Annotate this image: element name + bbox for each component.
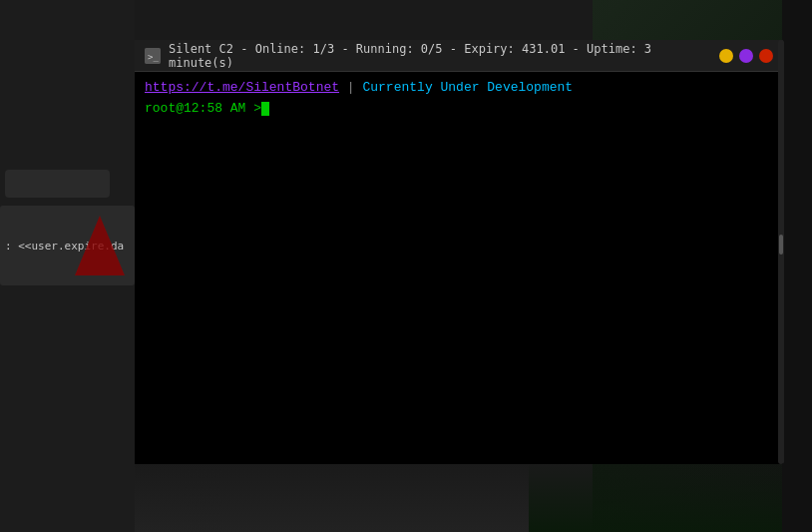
prompt-text: root@12:58 AM > [145, 101, 261, 116]
minimize-button[interactable] [719, 49, 733, 63]
terminal-content[interactable]: https://t.me/SilentBotnet | Currently Un… [135, 72, 783, 464]
terminal-icon: >_ [145, 48, 161, 64]
banner-text: Currently Under Development [362, 80, 573, 95]
titlebar: >_ Silent C2 - Online: 1/3 - Running: 0/… [135, 40, 783, 72]
close-button[interactable] [759, 49, 773, 63]
terminal-cursor [261, 102, 269, 116]
titlebar-text: Silent C2 - Online: 1/3 - Running: 0/5 -… [169, 42, 719, 70]
pipe-separator: | [347, 80, 363, 95]
terminal-banner-line: https://t.me/SilentBotnet | Currently Un… [145, 80, 773, 95]
left-panel: : <<user.expire.da [0, 206, 135, 285]
terminal-window: >_ Silent C2 - Online: 1/3 - Running: 0/… [135, 40, 783, 464]
terminal-prompt-line: root@12:58 AM > [145, 101, 773, 116]
scrollbar-handle[interactable] [779, 235, 783, 255]
bottom-area [135, 462, 529, 532]
titlebar-controls [719, 49, 773, 63]
telegram-link[interactable]: https://t.me/SilentBotnet [145, 80, 339, 95]
svg-text:>_: >_ [148, 52, 159, 62]
left-ui-panel: : <<user.expire.da [0, 170, 135, 285]
maximize-button[interactable] [739, 49, 753, 63]
right-sidebar-bg [782, 0, 812, 532]
terminal-scrollbar[interactable] [778, 40, 784, 464]
left-input-bar[interactable] [5, 170, 110, 198]
